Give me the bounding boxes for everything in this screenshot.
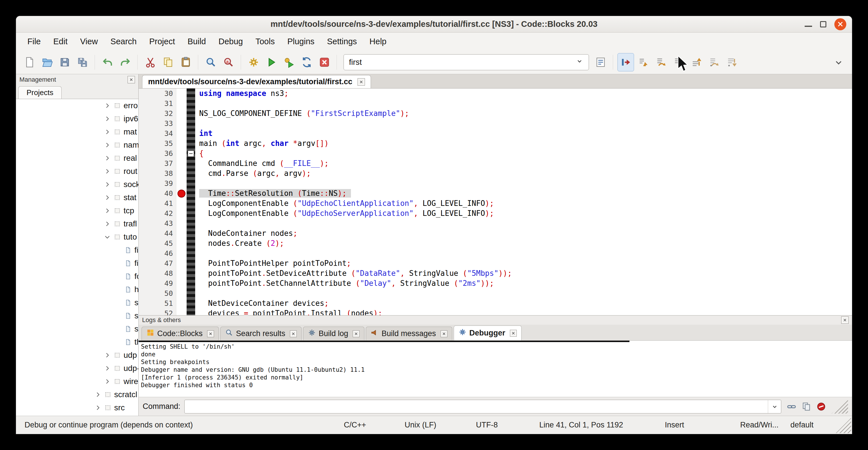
code-text[interactable]: CommandLine cmd (__FILE__); (195, 158, 329, 169)
code-line[interactable]: 30using namespace ns3; (139, 89, 852, 98)
code-text[interactable]: devices = pointToPoint.Install (nodes); (195, 308, 382, 315)
code-line[interactable]: 51 NetDeviceContainer devices; (139, 298, 852, 308)
tree-item[interactable]: fo (16, 270, 138, 283)
chevron-right-icon[interactable] (102, 207, 112, 214)
menu-item-build[interactable]: Build (181, 34, 212, 49)
tree-item[interactable]: trafl (16, 217, 138, 231)
code-text[interactable] (195, 98, 199, 109)
chevron-right-icon[interactable] (102, 115, 112, 122)
breakpoint-margin[interactable] (176, 229, 187, 238)
logs-tab-close-button[interactable] (510, 330, 517, 337)
step-out-button[interactable] (688, 53, 705, 71)
copy-button[interactable] (160, 53, 176, 71)
menu-item-search[interactable]: Search (104, 34, 143, 49)
code-line[interactable]: 38 cmd.Parse (argc, argv); (139, 169, 852, 178)
tree-item[interactable]: real (16, 152, 138, 165)
tree-item[interactable]: fir (16, 257, 138, 270)
breakpoint-margin[interactable] (176, 259, 187, 268)
code-line[interactable]: 42 LogComponentEnable ("UdpEchoServerApp… (139, 208, 852, 218)
code-line[interactable]: 36{ (139, 148, 852, 158)
code-line[interactable]: 41 LogComponentEnable ("UdpEchoClientApp… (139, 199, 852, 208)
menu-item-tools[interactable]: Tools (249, 34, 281, 49)
tree-item[interactable]: tuto (16, 231, 138, 244)
chevron-right-icon[interactable] (102, 194, 112, 201)
tree-item[interactable]: se (16, 296, 138, 309)
breakpoint-margin[interactable] (176, 128, 187, 139)
breakpoint-margin[interactable] (176, 119, 187, 128)
tree-item[interactable]: nam (16, 139, 138, 152)
code-text[interactable]: cmd.Parse (argc, argv); (195, 169, 311, 178)
close-button[interactable] (834, 18, 846, 30)
menu-item-file[interactable]: File (21, 34, 47, 49)
debugger-log[interactable]: Setting SHELL to '/bin/sh'doneSetting br… (139, 341, 852, 397)
logs-tab-build-log[interactable]: Build log (303, 327, 365, 340)
breakpoint-margin[interactable] (176, 208, 187, 218)
redo-button[interactable] (117, 53, 133, 71)
code-text[interactable]: using namespace ns3; (195, 89, 288, 98)
code-line[interactable]: 35main (int argc, char *argv[]) (139, 139, 852, 148)
logs-tab-code-blocks[interactable]: Code::Blocks (142, 327, 219, 340)
save-all-button[interactable] (74, 53, 91, 71)
chevron-right-icon[interactable] (102, 220, 112, 227)
breakpoint-margin[interactable] (176, 268, 187, 278)
next-line-button[interactable] (653, 53, 670, 71)
command-input[interactable] (184, 400, 781, 414)
build-and-run-button[interactable] (281, 53, 297, 71)
tree-item[interactable]: he (16, 283, 138, 296)
code-line[interactable]: 33 (139, 119, 852, 128)
stop-debugger-button[interactable] (815, 400, 828, 413)
cut-button[interactable] (142, 53, 159, 71)
tree-item[interactable]: se (16, 309, 138, 322)
code-text[interactable]: NodeContainer nodes; (195, 229, 297, 238)
management-close-button[interactable] (128, 76, 135, 83)
panel-resize-grip[interactable] (832, 399, 848, 414)
tree-item[interactable]: wire (16, 375, 138, 388)
tree-item[interactable]: fif (16, 244, 138, 257)
chevron-right-icon[interactable] (93, 404, 103, 411)
tree-item[interactable]: rout (16, 165, 138, 178)
tree-item[interactable]: stat (16, 191, 138, 204)
logs-tab-search-results[interactable]: Search results (220, 327, 302, 340)
rebuild-button[interactable] (299, 53, 315, 71)
abort-build-button[interactable] (316, 53, 333, 71)
breakpoint-margin[interactable] (176, 148, 187, 158)
tree-item[interactable]: scratcl (16, 388, 138, 401)
code-text[interactable]: pointToPoint.SetChannelAttribute ("Delay… (195, 278, 494, 289)
code-text[interactable]: LogComponentEnable ("UdpEchoClientApplic… (195, 199, 494, 208)
chevron-right-icon[interactable] (102, 155, 112, 161)
run-button[interactable] (263, 53, 280, 71)
code-text[interactable] (195, 119, 199, 128)
tree-item[interactable]: six (16, 322, 138, 335)
code-text[interactable]: LogComponentEnable ("UdpEchoServerApplic… (195, 208, 494, 218)
title-bar[interactable]: mnt/dev/tools/source/ns-3-dev/examples/t… (16, 16, 852, 33)
fold-collapse-icon[interactable] (187, 150, 194, 157)
step-into-button[interactable] (671, 53, 687, 71)
tree-item[interactable]: th (16, 335, 138, 349)
tree-item[interactable]: ipv6 (16, 112, 138, 125)
breakpoint-margin[interactable] (176, 98, 187, 109)
code-line[interactable]: 44 NodeContainer nodes; (139, 229, 852, 238)
code-line[interactable]: 43 (139, 218, 852, 229)
breakpoint-margin[interactable] (176, 278, 187, 289)
code-text[interactable]: pointToPoint.SetDeviceAttribute ("DataRa… (195, 268, 512, 278)
logs-tab-build-messages[interactable]: Build messages (366, 327, 452, 340)
breakpoint-margin[interactable] (176, 199, 187, 208)
command-dropdown-button[interactable] (768, 400, 781, 413)
breakpoint-margin[interactable] (176, 248, 187, 259)
code-line[interactable]: 52 devices = pointToPoint.Install (nodes… (139, 308, 852, 315)
chevron-right-icon[interactable] (102, 365, 112, 372)
menu-item-help[interactable]: Help (363, 34, 393, 49)
code-line[interactable]: 45 nodes.Create (2); (139, 238, 852, 248)
breakpoint-margin[interactable] (176, 178, 187, 188)
code-text[interactable]: nodes.Create (2); (195, 238, 284, 248)
code-line[interactable]: 37 CommandLine cmd (__FILE__); (139, 158, 852, 169)
code-text[interactable] (195, 218, 199, 229)
breakpoint-margin[interactable] (176, 109, 187, 119)
tree-item[interactable]: mat (16, 125, 138, 139)
code-line[interactable]: 34int (139, 128, 852, 139)
breakpoint-margin[interactable] (176, 188, 187, 199)
breakpoint-margin[interactable] (176, 298, 187, 308)
code-text[interactable]: NetDeviceContainer devices; (195, 298, 329, 308)
menu-item-settings[interactable]: Settings (321, 34, 363, 49)
code-text[interactable] (195, 248, 199, 259)
